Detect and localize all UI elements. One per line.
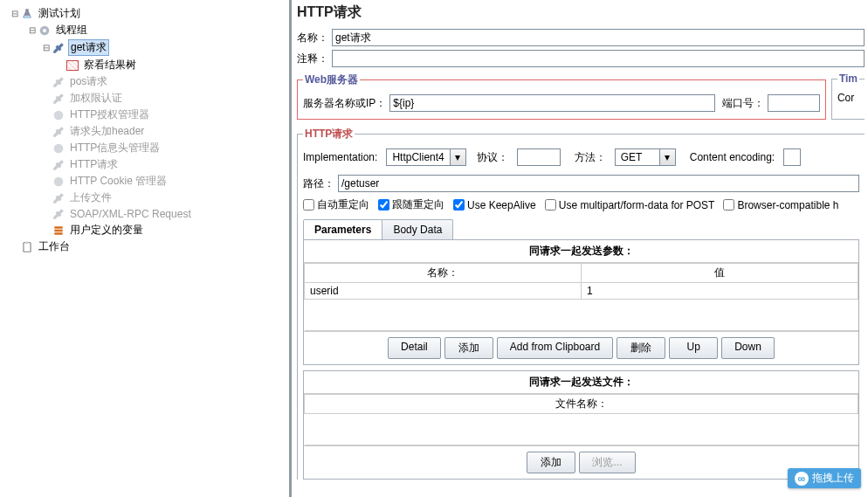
tree-user-vars[interactable]: 用户定义的变量: [0, 222, 289, 238]
detail-panel: HTTP请求 名称： 注释： Web服务器 服务器名称或IP： 端口号： Tim…: [292, 0, 868, 497]
vars-icon: [51, 224, 66, 238]
chevron-down-icon: ▾: [659, 149, 675, 165]
name-row: 名称：: [297, 27, 865, 48]
params-table: 名称： 值 userid 1: [304, 263, 858, 331]
timeout-fieldset: Tim Cor: [831, 72, 865, 120]
params-buttons: Detail 添加 Add from Clipboard 删除 Up Down: [304, 331, 858, 364]
tab-bar: Parameters Body Data: [303, 219, 859, 239]
tree-http-cookie[interactable]: HTTP Cookie 管理器: [0, 173, 289, 190]
tree-label: 察看结果树: [82, 58, 138, 72]
browse-button[interactable]: 浏览...: [579, 452, 635, 473]
add-file-button[interactable]: 添加: [527, 452, 575, 473]
files-header: 同请求一起发送文件：: [304, 371, 858, 394]
tree-label: 线程组: [54, 23, 89, 38]
tree-http-header-mgr[interactable]: HTTP信息头管理器: [0, 140, 289, 156]
tree-label: 工作台: [37, 239, 72, 254]
port-input[interactable]: [768, 94, 820, 112]
collapse-icon[interactable]: ⊟: [28, 25, 37, 35]
follow-redirect-checkbox[interactable]: 跟随重定向: [378, 197, 444, 212]
clipboard-button[interactable]: Add from Clipboard: [497, 337, 613, 359]
clipboard-icon: [19, 240, 35, 254]
tab-body-data[interactable]: Body Data: [382, 219, 453, 239]
pipette-icon: [51, 125, 66, 139]
tree-auth-weighted[interactable]: 加权限认证: [0, 90, 289, 107]
timeout-legend: Tim: [837, 72, 859, 85]
tree-view-results[interactable]: 察看结果树: [0, 57, 289, 73]
delete-button[interactable]: 删除: [617, 337, 665, 359]
down-button[interactable]: Down: [721, 337, 775, 359]
files-table: 文件名称：: [304, 394, 858, 445]
col-name: 名称：: [305, 264, 582, 283]
path-label: 路径：: [303, 176, 338, 191]
files-box: 同请求一起发送文件： 文件名称： 添加 浏览...: [303, 370, 859, 480]
panel-title: HTTP请求: [297, 2, 865, 27]
multipart-checkbox[interactable]: Use multipart/form-data for POST: [545, 199, 715, 211]
name-input[interactable]: [332, 29, 865, 46]
detail-button[interactable]: Detail: [388, 337, 441, 359]
tree-test-plan[interactable]: ⊟ 测试计划: [0, 5, 289, 22]
cloud-icon: ∞: [795, 472, 809, 486]
browser-compat-checkbox[interactable]: Browser-compatible h: [723, 199, 838, 211]
pipette-icon: [51, 75, 66, 89]
svg-point-1: [43, 29, 46, 32]
chevron-down-icon: ▾: [450, 149, 465, 165]
tree-header-add[interactable]: 请求头加header: [0, 123, 289, 140]
tree-workbench[interactable]: 工作台: [0, 238, 289, 255]
web-server-legend: Web服务器: [303, 72, 360, 87]
comment-label: 注释：: [297, 52, 332, 66]
collapse-icon[interactable]: ⊟: [42, 43, 51, 52]
svg-rect-6: [25, 241, 29, 243]
tree-label: SOAP/XML-RPC Request: [68, 208, 193, 220]
params-box: 同请求一起发送参数： 名称： 值 userid 1 Detail 添加 Add …: [303, 239, 859, 365]
svg-point-2: [54, 110, 64, 120]
gear-icon: [51, 142, 66, 155]
collapse-icon[interactable]: ⊟: [10, 9, 19, 18]
tab-parameters[interactable]: Parameters: [303, 219, 382, 239]
svg-point-4: [54, 176, 64, 186]
comment-input[interactable]: [332, 50, 865, 67]
col-file: 文件名称：: [305, 395, 858, 414]
tree-label: HTTP信息头管理器: [68, 141, 162, 155]
auto-redirect-checkbox[interactable]: 自动重定向: [303, 197, 369, 212]
path-input[interactable]: [338, 175, 859, 192]
up-button[interactable]: Up: [669, 337, 718, 359]
port-label: 端口号：: [722, 96, 768, 111]
server-label: 服务器名称或IP：: [303, 96, 389, 111]
http-request-legend: HTTP请求: [303, 127, 355, 142]
pipette-icon: [51, 158, 66, 172]
add-button[interactable]: 添加: [444, 337, 493, 359]
cell-value[interactable]: 1: [582, 283, 858, 300]
cell-name[interactable]: userid: [305, 283, 582, 300]
tree-http-request[interactable]: HTTP请求: [0, 156, 289, 173]
tree-thread-group[interactable]: ⊟ 线程组: [0, 22, 289, 38]
pipette-icon: [51, 207, 66, 221]
tree-label: HTTP Cookie 管理器: [68, 174, 169, 189]
tree-label: HTTP授权管理器: [68, 107, 151, 122]
proto-label: 协议：: [477, 150, 512, 165]
server-input[interactable]: [389, 94, 715, 112]
tree-get-request[interactable]: ⊟ get请求: [0, 38, 289, 57]
keepalive-checkbox[interactable]: Use KeepAlive: [453, 199, 536, 211]
params-header: 同请求一起发送参数：: [304, 240, 858, 263]
tree-label-selected: get请求: [68, 39, 109, 56]
table-row[interactable]: userid 1: [305, 283, 858, 300]
enc-input[interactable]: [783, 148, 801, 166]
tree-panel: ⊟ 测试计划 ⊟ 线程组 ⊟ get请求 察看结果树 pos请求 加权限认证 H…: [0, 0, 292, 497]
tree-upload[interactable]: 上传文件: [0, 190, 289, 206]
method-select[interactable]: GET ▾: [615, 148, 676, 166]
tree-soap-xml[interactable]: SOAP/XML-RPC Request: [0, 206, 289, 222]
tree-label: 上传文件: [68, 190, 114, 205]
tree-http-auth-mgr[interactable]: HTTP授权管理器: [0, 107, 289, 123]
col-value: 值: [582, 264, 858, 283]
pipette-icon: [51, 41, 66, 55]
web-server-fieldset: Web服务器 服务器名称或IP： 端口号：: [297, 72, 826, 120]
pipette-icon: [51, 92, 66, 106]
drag-upload-tag[interactable]: ∞ 拖拽上传: [788, 468, 861, 488]
tree-pos-request[interactable]: pos请求: [0, 73, 289, 90]
connect-label: Cor: [837, 92, 854, 104]
impl-select[interactable]: HttpClient4 ▾: [386, 148, 465, 166]
gear-icon: [51, 175, 66, 189]
flask-icon: [19, 7, 35, 21]
tree-label: 加权限认证: [68, 91, 124, 106]
proto-input[interactable]: [517, 148, 561, 166]
